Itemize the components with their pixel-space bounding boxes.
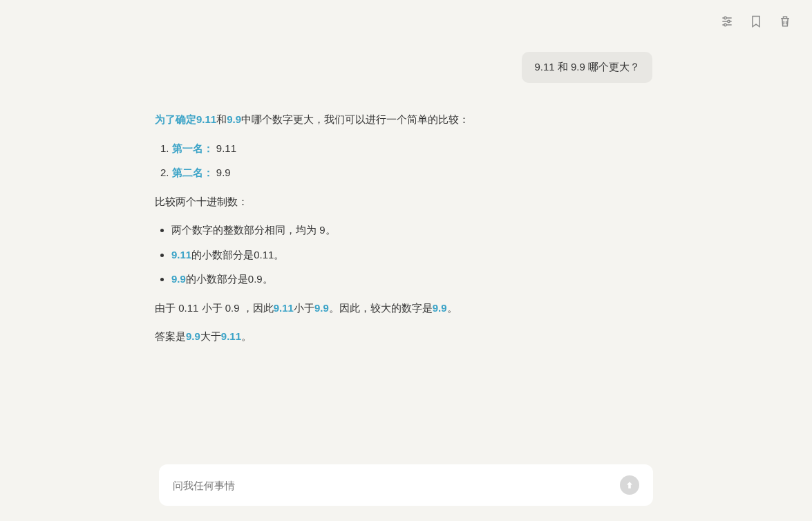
answer-text: 大于	[200, 330, 221, 342]
comparison-bullets: 两个数字的整数部分相同，均为 9。 9.11的小数部分是0.11。 9.9的小数…	[171, 221, 652, 288]
trash-icon[interactable]	[777, 14, 793, 29]
conclusion-text: 小于	[294, 302, 314, 314]
conclusion-text: 。因此，较大的数字是	[329, 302, 433, 314]
intro-mid1: 和	[216, 113, 227, 125]
list-value: 9.11	[214, 142, 236, 154]
list-value: 9.9	[214, 167, 231, 178]
conclusion-highlight: 9.9	[314, 302, 329, 314]
conclusion-highlight: 9.11	[274, 302, 294, 314]
bullet-text: 的小数部分是0.9。	[186, 273, 273, 285]
bullet-highlight: 9.11	[171, 249, 191, 260]
answer-highlight: 9.9	[186, 330, 200, 342]
bookmark-icon[interactable]	[748, 14, 764, 29]
compare-heading: 比较两个十进制数：	[155, 193, 652, 211]
assistant-message: 为了确定9.11和9.9中哪个数字更大，我们可以进行一个简单的比较： 1. 第一…	[155, 111, 652, 345]
conclusion-text: 由于 0.11 小于 0.9 ，因此	[155, 302, 274, 314]
answer-text: 答案是	[155, 330, 186, 342]
list-item: 两个数字的整数部分相同，均为 9。	[171, 221, 652, 239]
list-num: 1.	[160, 142, 172, 154]
conclusion-2: 答案是9.9大于9.11。	[155, 328, 652, 345]
answer-text: 。	[241, 330, 252, 342]
list-num: 2.	[160, 167, 172, 178]
conclusion-1: 由于 0.11 小于 0.9 ，因此9.11小于9.9。因此，较大的数字是9.9…	[155, 299, 652, 317]
intro-highlight-2: 9.9	[227, 113, 241, 125]
user-message-bubble: 9.11 和 9.9 哪个更大？	[522, 52, 652, 83]
bullet-text: 两个数字的整数部分相同，均为 9。	[171, 224, 336, 236]
list-item: 9.9的小数部分是0.9。	[171, 270, 652, 288]
settings-icon[interactable]	[719, 14, 735, 29]
ranking-list: 1. 第一名： 9.11 2. 第二名： 9.9	[160, 140, 652, 182]
bullet-highlight: 9.9	[171, 273, 186, 285]
conclusion-highlight: 9.9	[433, 302, 447, 314]
list-item: 9.11的小数部分是0.11。	[171, 246, 652, 264]
list-label: 第二名：	[172, 167, 214, 178]
assistant-intro: 为了确定9.11和9.9中哪个数字更大，我们可以进行一个简单的比较：	[155, 111, 652, 129]
conclusion-text: 。	[447, 302, 457, 314]
list-label: 第一名：	[172, 142, 214, 154]
bullet-text: 的小数部分是0.11。	[191, 249, 284, 260]
conversation-area: 9.11 和 9.9 哪个更大？ 为了确定9.11和9.9中哪个数字更大，我们可…	[155, 52, 652, 357]
message-input[interactable]	[173, 480, 620, 491]
list-item: 1. 第一名： 9.11	[160, 140, 652, 158]
svg-point-3	[728, 20, 730, 22]
send-button[interactable]	[620, 475, 639, 495]
top-toolbar	[719, 14, 793, 29]
message-input-bar	[159, 464, 653, 506]
intro-highlight-1: 为了确定9.11	[155, 113, 216, 125]
list-item: 2. 第二名： 9.9	[160, 164, 652, 182]
arrow-up-icon	[625, 480, 634, 490]
svg-point-5	[724, 23, 726, 26]
user-message-text: 9.11 和 9.9 哪个更大？	[534, 61, 640, 73]
answer-highlight: 9.11	[221, 330, 241, 342]
intro-suffix: 中哪个数字更大，我们可以进行一个简单的比较：	[241, 113, 469, 125]
svg-point-1	[724, 17, 726, 19]
